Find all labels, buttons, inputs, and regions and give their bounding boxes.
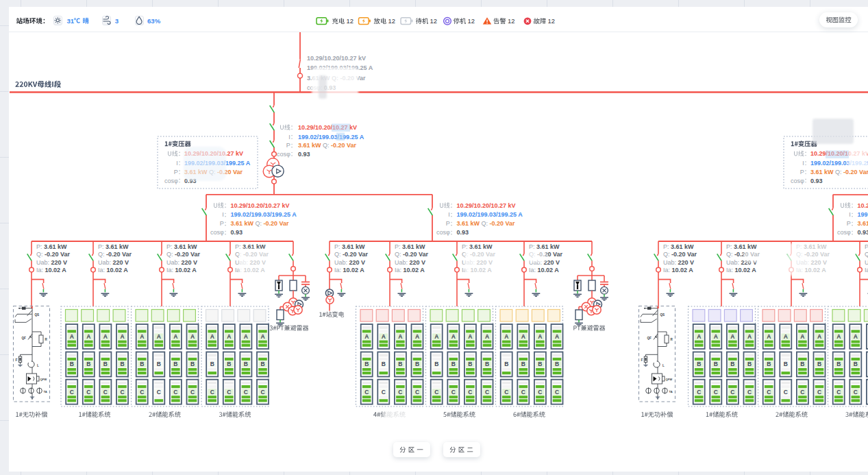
svg-text:cosφ: cosφ	[791, 178, 804, 184]
svg-text:R: R	[671, 338, 673, 341]
svg-text:B: B	[415, 361, 419, 367]
svg-text:QFW: QFW	[40, 378, 47, 381]
svg-text:F: F	[16, 358, 18, 362]
svg-text:A: A	[364, 333, 369, 340]
svg-text:B: B	[836, 361, 841, 367]
svg-text:A: A	[415, 333, 419, 340]
svg-text:P: 3.61 kW: P: 3.61 kW	[166, 243, 197, 250]
svg-text:Ia: 10.02 A: Ia: 10.02 A	[529, 267, 559, 273]
svg-text:P: 3.61 kW: P: 3.61 kW	[726, 243, 757, 250]
svg-text:A: A	[485, 333, 489, 340]
svg-text:cosφ: cosφ	[210, 229, 224, 236]
svg-text:3.61 kW Q: -0.20 Var: 3.61 kW Q: -0.20 Var	[298, 142, 357, 149]
svg-text:P: 3.61 kW: P: 3.61 kW	[663, 243, 694, 250]
svg-text:I: I	[222, 211, 224, 218]
svg-text:B: B	[521, 361, 525, 367]
svg-text:C: C	[504, 389, 508, 395]
svg-text:C: C	[468, 389, 472, 395]
svg-text:C: C	[364, 389, 369, 395]
svg-text:TA: TA	[44, 390, 47, 393]
svg-text:Ia: 10.02 A: Ia: 10.02 A	[166, 267, 197, 273]
svg-text:C: C	[767, 389, 771, 395]
svg-text:Uab: 220 V: Uab: 220 V	[36, 259, 67, 266]
svg-text:A: A	[468, 333, 472, 340]
svg-text:12: 12	[548, 17, 555, 25]
svg-text:I: I	[448, 211, 450, 218]
svg-text:0.93: 0.93	[231, 229, 243, 236]
svg-text:199.02/199.03/199.25 A: 199.02/199.03/199.25 A	[457, 211, 523, 218]
svg-text:B: B	[800, 361, 804, 367]
svg-text:P: 3.61 kW: P: 3.61 kW	[865, 243, 868, 250]
svg-text:cosφ: cosφ	[277, 151, 290, 158]
svg-text:P: P	[174, 169, 178, 175]
svg-text:Q: -0.20 Var: Q: -0.20 Var	[36, 251, 71, 258]
svg-text:A: A	[173, 333, 177, 340]
svg-text:B: B	[767, 361, 771, 367]
svg-text:B: B	[398, 361, 402, 367]
svg-text:B: B	[70, 361, 74, 367]
svg-text:C: C	[817, 389, 821, 395]
svg-text:P: P	[446, 220, 450, 227]
svg-text:Q: -0.20 Var: Q: -0.20 Var	[663, 251, 697, 258]
svg-text:A: A	[836, 333, 841, 340]
svg-text:3.61 kW Q: -0.20 Var: 3.61 kW Q: -0.20 Var	[457, 220, 516, 227]
svg-text:Ia: 10.02 A: Ia: 10.02 A	[98, 267, 128, 273]
svg-text:P: 3.61 kW: P: 3.61 kW	[98, 243, 129, 250]
svg-text:A: A	[157, 333, 161, 340]
svg-text:cosφ: cosφ	[837, 229, 851, 236]
svg-text:C: C	[836, 389, 841, 395]
svg-text:B: B	[730, 361, 734, 367]
svg-text:A: A	[730, 333, 734, 340]
svg-text:A: A	[555, 333, 559, 340]
svg-text:10.29/10.20/10.27 kV: 10.29/10.20/10.27 kV	[307, 55, 366, 62]
svg-text:0.93: 0.93	[457, 229, 469, 236]
svg-text:0.93: 0.93	[298, 151, 310, 158]
svg-text:C: C	[190, 389, 195, 395]
svg-text:C: C	[854, 389, 858, 395]
svg-text:F: F	[641, 358, 643, 362]
svg-text:A: A	[504, 333, 508, 340]
svg-text:cosφ: cosφ	[436, 229, 450, 236]
svg-text:C: C	[747, 389, 752, 395]
svg-text:C: C	[260, 389, 264, 395]
svg-text:B: B	[817, 361, 821, 367]
svg-text:Ia: 10.02 A: Ia: 10.02 A	[726, 267, 756, 273]
svg-text:A: A	[103, 333, 108, 340]
svg-text:B: B	[434, 361, 438, 367]
svg-text:B: B	[697, 361, 701, 367]
svg-text:A: A	[434, 333, 438, 340]
svg-text:C: C	[521, 389, 525, 395]
svg-text:3.61 kW Q: -0.20 Var: 3.61 kW Q: -0.20 Var	[858, 220, 868, 227]
svg-text:QS: QS	[660, 313, 665, 317]
svg-text:A: A	[521, 333, 525, 340]
svg-text:12: 12	[388, 17, 395, 25]
svg-text:C: C	[485, 389, 489, 395]
svg-text:B: B	[227, 361, 231, 367]
svg-text:A: A	[800, 333, 804, 340]
svg-text:A: A	[714, 333, 718, 340]
svg-text:A: A	[784, 333, 788, 340]
svg-text:B: B	[747, 361, 752, 367]
svg-text:C: C	[227, 389, 231, 395]
svg-text:B: B	[260, 361, 264, 367]
svg-text:C: C	[382, 389, 386, 395]
svg-text:QF: QF	[22, 337, 27, 340]
svg-text:3.61 kW Q: -0.20 Var: 3.61 kW Q: -0.20 Var	[810, 169, 868, 175]
svg-text:C: C	[120, 389, 124, 395]
svg-text:0.93: 0.93	[858, 229, 868, 236]
svg-text:Ia: 10.02 A: Ia: 10.02 A	[865, 267, 868, 273]
svg-text:31: 31	[67, 17, 75, 25]
svg-text:12: 12	[430, 17, 437, 25]
svg-text:R: R	[45, 338, 48, 341]
svg-text:3.61 kW Q: -0.20 Var: 3.61 kW Q: -0.20 Var	[231, 220, 290, 227]
svg-text:A: A	[140, 333, 144, 340]
svg-text:P: P	[220, 220, 224, 227]
svg-text:10.29/10.20/10.27 kV: 10.29/10.20/10.27 kV	[858, 202, 868, 209]
svg-text:QFW: QFW	[666, 378, 673, 381]
svg-text:Uab: 220 V: Uab: 220 V	[663, 259, 694, 266]
svg-text:B: B	[190, 361, 195, 367]
svg-text:Uab: 220 V: Uab: 220 V	[98, 259, 129, 266]
svg-text:I: I	[849, 211, 851, 218]
svg-text:A: A	[451, 333, 456, 340]
svg-text:12: 12	[468, 17, 475, 25]
